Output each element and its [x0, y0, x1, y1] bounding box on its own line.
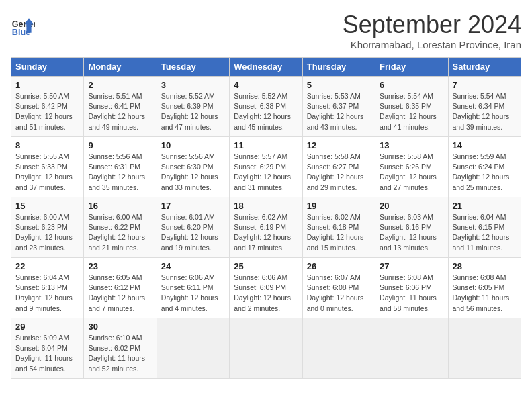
day-info: Sunrise: 6:05 AM Sunset: 6:12 PM Dayligh…: [88, 273, 152, 314]
day-info: Sunrise: 6:06 AM Sunset: 6:11 PM Dayligh…: [161, 273, 225, 314]
day-info: Sunrise: 6:04 AM Sunset: 6:15 PM Dayligh…: [453, 212, 517, 253]
day-number: 4: [234, 80, 298, 90]
day-number: 24: [161, 261, 225, 271]
calendar-cell: 4 Sunrise: 5:52 AM Sunset: 6:38 PM Dayli…: [230, 77, 302, 137]
day-number: 6: [380, 80, 443, 90]
day-number: 22: [15, 261, 79, 271]
weekday-header-wednesday: Wednesday: [230, 58, 302, 77]
calendar-cell: [302, 318, 375, 379]
day-number: 19: [307, 201, 371, 211]
location-title: Khorramabad, Lorestan Province, Iran: [343, 39, 521, 50]
day-info: Sunrise: 5:58 AM Sunset: 6:27 PM Dayligh…: [307, 152, 371, 193]
day-info: Sunrise: 5:56 AM Sunset: 6:31 PM Dayligh…: [88, 152, 152, 193]
day-number: 11: [234, 140, 298, 150]
calendar-cell: 8 Sunrise: 5:55 AM Sunset: 6:33 PM Dayli…: [11, 137, 84, 197]
day-info: Sunrise: 5:53 AM Sunset: 6:37 PM Dayligh…: [307, 91, 371, 132]
calendar-cell: [157, 318, 229, 379]
weekday-header-sunday: Sunday: [11, 58, 84, 77]
day-info: Sunrise: 6:04 AM Sunset: 6:13 PM Dayligh…: [15, 273, 79, 314]
day-number: 10: [161, 140, 225, 150]
calendar-cell: 2 Sunrise: 5:51 AM Sunset: 6:41 PM Dayli…: [84, 77, 157, 137]
day-info: Sunrise: 6:00 AM Sunset: 6:23 PM Dayligh…: [15, 212, 79, 253]
calendar-cell: 21 Sunrise: 6:04 AM Sunset: 6:15 PM Dayl…: [448, 197, 521, 258]
day-number: 8: [15, 140, 79, 150]
day-info: Sunrise: 5:54 AM Sunset: 6:34 PM Dayligh…: [453, 91, 517, 132]
calendar-cell: 11 Sunrise: 5:57 AM Sunset: 6:29 PM Dayl…: [230, 137, 302, 197]
logo: General Blue: [11, 13, 38, 38]
day-info: Sunrise: 5:50 AM Sunset: 6:42 PM Dayligh…: [15, 91, 79, 132]
day-number: 27: [380, 261, 443, 271]
weekday-header-friday: Friday: [375, 58, 448, 77]
day-number: 7: [453, 80, 517, 90]
calendar-cell: 23 Sunrise: 6:05 AM Sunset: 6:12 PM Dayl…: [84, 258, 157, 318]
weekday-header-monday: Monday: [84, 58, 157, 77]
calendar-table: SundayMondayTuesdayWednesdayThursdayFrid…: [11, 57, 521, 379]
day-info: Sunrise: 5:52 AM Sunset: 6:38 PM Dayligh…: [234, 91, 298, 132]
calendar-cell: 26 Sunrise: 6:07 AM Sunset: 6:08 PM Dayl…: [302, 258, 375, 318]
logo-icon: General Blue: [11, 13, 35, 38]
day-info: Sunrise: 6:02 AM Sunset: 6:19 PM Dayligh…: [234, 212, 298, 253]
calendar-cell: 27 Sunrise: 6:08 AM Sunset: 6:06 PM Dayl…: [375, 258, 448, 318]
day-info: Sunrise: 6:03 AM Sunset: 6:16 PM Dayligh…: [380, 212, 443, 253]
calendar-cell: 12 Sunrise: 5:58 AM Sunset: 6:27 PM Dayl…: [302, 137, 375, 197]
day-number: 12: [307, 140, 371, 150]
calendar-cell: [230, 318, 302, 379]
day-number: 5: [307, 80, 371, 90]
calendar-cell: 10 Sunrise: 5:56 AM Sunset: 6:30 PM Dayl…: [157, 137, 229, 197]
day-number: 15: [15, 201, 79, 211]
day-number: 13: [380, 140, 443, 150]
day-info: Sunrise: 6:01 AM Sunset: 6:20 PM Dayligh…: [161, 212, 225, 253]
week-row-5: 29 Sunrise: 6:09 AM Sunset: 6:04 PM Dayl…: [11, 318, 521, 379]
day-number: 9: [88, 140, 152, 150]
day-number: 30: [88, 322, 152, 332]
month-title: September 2024: [343, 11, 521, 39]
day-info: Sunrise: 5:51 AM Sunset: 6:41 PM Dayligh…: [88, 91, 152, 132]
day-number: 21: [453, 201, 517, 211]
day-number: 20: [380, 201, 443, 211]
calendar-cell: [375, 318, 448, 379]
calendar-cell: 7 Sunrise: 5:54 AM Sunset: 6:34 PM Dayli…: [448, 77, 521, 137]
week-row-3: 15 Sunrise: 6:00 AM Sunset: 6:23 PM Dayl…: [11, 197, 521, 258]
day-info: Sunrise: 5:58 AM Sunset: 6:26 PM Dayligh…: [380, 152, 443, 193]
day-info: Sunrise: 6:00 AM Sunset: 6:22 PM Dayligh…: [88, 212, 152, 253]
calendar-cell: 22 Sunrise: 6:04 AM Sunset: 6:13 PM Dayl…: [11, 258, 84, 318]
day-number: 1: [15, 80, 79, 90]
day-info: Sunrise: 5:52 AM Sunset: 6:39 PM Dayligh…: [161, 91, 225, 132]
calendar-cell: 29 Sunrise: 6:09 AM Sunset: 6:04 PM Dayl…: [11, 318, 84, 379]
calendar-cell: 28 Sunrise: 6:08 AM Sunset: 6:05 PM Dayl…: [448, 258, 521, 318]
day-info: Sunrise: 5:56 AM Sunset: 6:30 PM Dayligh…: [161, 152, 225, 193]
day-number: 2: [88, 80, 152, 90]
day-number: 25: [234, 261, 298, 271]
day-number: 16: [88, 201, 152, 211]
calendar-cell: 16 Sunrise: 6:00 AM Sunset: 6:22 PM Dayl…: [84, 197, 157, 258]
weekday-header-thursday: Thursday: [302, 58, 375, 77]
calendar-cell: 17 Sunrise: 6:01 AM Sunset: 6:20 PM Dayl…: [157, 197, 229, 258]
day-info: Sunrise: 6:02 AM Sunset: 6:18 PM Dayligh…: [307, 212, 371, 253]
calendar-cell: 18 Sunrise: 6:02 AM Sunset: 6:19 PM Dayl…: [230, 197, 302, 258]
day-number: 18: [234, 201, 298, 211]
calendar-cell: [448, 318, 521, 379]
day-info: Sunrise: 5:54 AM Sunset: 6:35 PM Dayligh…: [380, 91, 443, 132]
day-info: Sunrise: 6:09 AM Sunset: 6:04 PM Dayligh…: [15, 333, 79, 374]
day-number: 26: [307, 261, 371, 271]
day-info: Sunrise: 6:08 AM Sunset: 6:05 PM Dayligh…: [453, 273, 517, 314]
weekday-header-saturday: Saturday: [448, 58, 521, 77]
calendar-cell: 14 Sunrise: 5:59 AM Sunset: 6:24 PM Dayl…: [448, 137, 521, 197]
week-row-2: 8 Sunrise: 5:55 AM Sunset: 6:33 PM Dayli…: [11, 137, 521, 197]
day-number: 14: [453, 140, 517, 150]
calendar-cell: 19 Sunrise: 6:02 AM Sunset: 6:18 PM Dayl…: [302, 197, 375, 258]
day-number: 28: [453, 261, 517, 271]
calendar-cell: 13 Sunrise: 5:58 AM Sunset: 6:26 PM Dayl…: [375, 137, 448, 197]
calendar-cell: 15 Sunrise: 6:00 AM Sunset: 6:23 PM Dayl…: [11, 197, 84, 258]
day-info: Sunrise: 6:07 AM Sunset: 6:08 PM Dayligh…: [307, 273, 371, 314]
day-info: Sunrise: 5:57 AM Sunset: 6:29 PM Dayligh…: [234, 152, 298, 193]
day-info: Sunrise: 5:55 AM Sunset: 6:33 PM Dayligh…: [15, 152, 79, 193]
page-header: General Blue September 2024 Khorramabad,…: [11, 11, 521, 50]
week-row-4: 22 Sunrise: 6:04 AM Sunset: 6:13 PM Dayl…: [11, 258, 521, 318]
calendar-cell: 30 Sunrise: 6:10 AM Sunset: 6:02 PM Dayl…: [84, 318, 157, 379]
day-number: 17: [161, 201, 225, 211]
title-area: September 2024 Khorramabad, Lorestan Pro…: [343, 11, 521, 50]
calendar-cell: 6 Sunrise: 5:54 AM Sunset: 6:35 PM Dayli…: [375, 77, 448, 137]
day-info: Sunrise: 5:59 AM Sunset: 6:24 PM Dayligh…: [453, 152, 517, 193]
day-info: Sunrise: 6:08 AM Sunset: 6:06 PM Dayligh…: [380, 273, 443, 314]
